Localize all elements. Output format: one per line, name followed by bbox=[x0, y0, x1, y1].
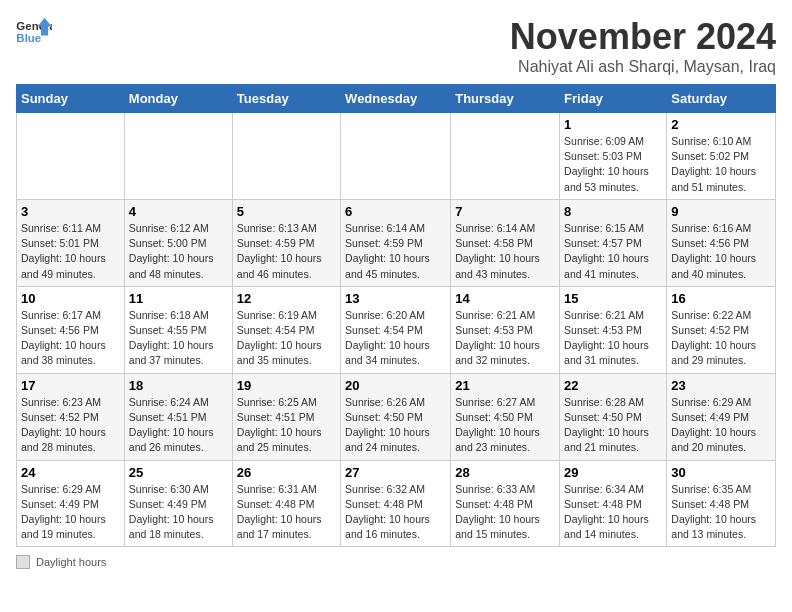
day-info: Sunrise: 6:34 AM Sunset: 4:48 PM Dayligh… bbox=[564, 482, 662, 543]
day-info: Sunrise: 6:28 AM Sunset: 4:50 PM Dayligh… bbox=[564, 395, 662, 456]
calendar-cell: 15Sunrise: 6:21 AM Sunset: 4:53 PM Dayli… bbox=[560, 286, 667, 373]
day-info: Sunrise: 6:30 AM Sunset: 4:49 PM Dayligh… bbox=[129, 482, 228, 543]
day-number: 18 bbox=[129, 378, 228, 393]
calendar-cell: 8Sunrise: 6:15 AM Sunset: 4:57 PM Daylig… bbox=[560, 199, 667, 286]
calendar-cell bbox=[124, 113, 232, 200]
day-info: Sunrise: 6:35 AM Sunset: 4:48 PM Dayligh… bbox=[671, 482, 771, 543]
day-number: 27 bbox=[345, 465, 446, 480]
weekday-header-tuesday: Tuesday bbox=[232, 85, 340, 113]
week-row-1: 3Sunrise: 6:11 AM Sunset: 5:01 PM Daylig… bbox=[17, 199, 776, 286]
legend: Daylight hours bbox=[16, 555, 776, 569]
weekday-header-row: SundayMondayTuesdayWednesdayThursdayFrid… bbox=[17, 85, 776, 113]
calendar-cell: 3Sunrise: 6:11 AM Sunset: 5:01 PM Daylig… bbox=[17, 199, 125, 286]
weekday-header-thursday: Thursday bbox=[451, 85, 560, 113]
day-info: Sunrise: 6:10 AM Sunset: 5:02 PM Dayligh… bbox=[671, 134, 771, 195]
day-number: 23 bbox=[671, 378, 771, 393]
day-info: Sunrise: 6:11 AM Sunset: 5:01 PM Dayligh… bbox=[21, 221, 120, 282]
title-section: November 2024 Nahiyat Ali ash Sharqi, Ma… bbox=[510, 16, 776, 76]
calendar-table: SundayMondayTuesdayWednesdayThursdayFrid… bbox=[16, 84, 776, 547]
day-info: Sunrise: 6:32 AM Sunset: 4:48 PM Dayligh… bbox=[345, 482, 446, 543]
calendar-cell: 24Sunrise: 6:29 AM Sunset: 4:49 PM Dayli… bbox=[17, 460, 125, 547]
day-info: Sunrise: 6:27 AM Sunset: 4:50 PM Dayligh… bbox=[455, 395, 555, 456]
logo-icon: General Blue bbox=[16, 16, 52, 46]
week-row-3: 17Sunrise: 6:23 AM Sunset: 4:52 PM Dayli… bbox=[17, 373, 776, 460]
day-number: 8 bbox=[564, 204, 662, 219]
day-info: Sunrise: 6:25 AM Sunset: 4:51 PM Dayligh… bbox=[237, 395, 336, 456]
calendar-cell: 1Sunrise: 6:09 AM Sunset: 5:03 PM Daylig… bbox=[560, 113, 667, 200]
calendar-cell bbox=[232, 113, 340, 200]
day-info: Sunrise: 6:13 AM Sunset: 4:59 PM Dayligh… bbox=[237, 221, 336, 282]
day-info: Sunrise: 6:24 AM Sunset: 4:51 PM Dayligh… bbox=[129, 395, 228, 456]
day-number: 5 bbox=[237, 204, 336, 219]
calendar-cell: 28Sunrise: 6:33 AM Sunset: 4:48 PM Dayli… bbox=[451, 460, 560, 547]
day-info: Sunrise: 6:12 AM Sunset: 5:00 PM Dayligh… bbox=[129, 221, 228, 282]
calendar-cell: 17Sunrise: 6:23 AM Sunset: 4:52 PM Dayli… bbox=[17, 373, 125, 460]
calendar-cell bbox=[451, 113, 560, 200]
calendar-cell: 20Sunrise: 6:26 AM Sunset: 4:50 PM Dayli… bbox=[341, 373, 451, 460]
day-info: Sunrise: 6:29 AM Sunset: 4:49 PM Dayligh… bbox=[671, 395, 771, 456]
weekday-header-friday: Friday bbox=[560, 85, 667, 113]
day-number: 25 bbox=[129, 465, 228, 480]
calendar-cell bbox=[341, 113, 451, 200]
day-number: 9 bbox=[671, 204, 771, 219]
weekday-header-monday: Monday bbox=[124, 85, 232, 113]
day-info: Sunrise: 6:14 AM Sunset: 4:59 PM Dayligh… bbox=[345, 221, 446, 282]
weekday-header-wednesday: Wednesday bbox=[341, 85, 451, 113]
day-number: 1 bbox=[564, 117, 662, 132]
day-info: Sunrise: 6:18 AM Sunset: 4:55 PM Dayligh… bbox=[129, 308, 228, 369]
day-info: Sunrise: 6:29 AM Sunset: 4:49 PM Dayligh… bbox=[21, 482, 120, 543]
day-number: 11 bbox=[129, 291, 228, 306]
day-number: 20 bbox=[345, 378, 446, 393]
day-number: 21 bbox=[455, 378, 555, 393]
day-number: 13 bbox=[345, 291, 446, 306]
calendar-cell: 18Sunrise: 6:24 AM Sunset: 4:51 PM Dayli… bbox=[124, 373, 232, 460]
day-info: Sunrise: 6:19 AM Sunset: 4:54 PM Dayligh… bbox=[237, 308, 336, 369]
calendar-cell: 23Sunrise: 6:29 AM Sunset: 4:49 PM Dayli… bbox=[667, 373, 776, 460]
day-info: Sunrise: 6:20 AM Sunset: 4:54 PM Dayligh… bbox=[345, 308, 446, 369]
day-info: Sunrise: 6:26 AM Sunset: 4:50 PM Dayligh… bbox=[345, 395, 446, 456]
svg-text:Blue: Blue bbox=[16, 32, 41, 44]
calendar-cell: 12Sunrise: 6:19 AM Sunset: 4:54 PM Dayli… bbox=[232, 286, 340, 373]
header: General Blue November 2024 Nahiyat Ali a… bbox=[16, 16, 776, 76]
day-number: 7 bbox=[455, 204, 555, 219]
legend-label: Daylight hours bbox=[36, 556, 106, 568]
calendar-cell: 10Sunrise: 6:17 AM Sunset: 4:56 PM Dayli… bbox=[17, 286, 125, 373]
calendar-body: 1Sunrise: 6:09 AM Sunset: 5:03 PM Daylig… bbox=[17, 113, 776, 547]
week-row-4: 24Sunrise: 6:29 AM Sunset: 4:49 PM Dayli… bbox=[17, 460, 776, 547]
weekday-header-sunday: Sunday bbox=[17, 85, 125, 113]
day-info: Sunrise: 6:33 AM Sunset: 4:48 PM Dayligh… bbox=[455, 482, 555, 543]
month-title: November 2024 bbox=[510, 16, 776, 58]
calendar-cell: 5Sunrise: 6:13 AM Sunset: 4:59 PM Daylig… bbox=[232, 199, 340, 286]
day-number: 4 bbox=[129, 204, 228, 219]
calendar-cell: 25Sunrise: 6:30 AM Sunset: 4:49 PM Dayli… bbox=[124, 460, 232, 547]
week-row-0: 1Sunrise: 6:09 AM Sunset: 5:03 PM Daylig… bbox=[17, 113, 776, 200]
calendar-cell: 7Sunrise: 6:14 AM Sunset: 4:58 PM Daylig… bbox=[451, 199, 560, 286]
calendar-cell: 22Sunrise: 6:28 AM Sunset: 4:50 PM Dayli… bbox=[560, 373, 667, 460]
day-info: Sunrise: 6:15 AM Sunset: 4:57 PM Dayligh… bbox=[564, 221, 662, 282]
calendar-cell: 9Sunrise: 6:16 AM Sunset: 4:56 PM Daylig… bbox=[667, 199, 776, 286]
day-number: 15 bbox=[564, 291, 662, 306]
legend-box bbox=[16, 555, 30, 569]
calendar-cell: 6Sunrise: 6:14 AM Sunset: 4:59 PM Daylig… bbox=[341, 199, 451, 286]
day-info: Sunrise: 6:17 AM Sunset: 4:56 PM Dayligh… bbox=[21, 308, 120, 369]
day-number: 19 bbox=[237, 378, 336, 393]
day-number: 30 bbox=[671, 465, 771, 480]
calendar-cell: 29Sunrise: 6:34 AM Sunset: 4:48 PM Dayli… bbox=[560, 460, 667, 547]
day-number: 12 bbox=[237, 291, 336, 306]
day-info: Sunrise: 6:31 AM Sunset: 4:48 PM Dayligh… bbox=[237, 482, 336, 543]
day-number: 22 bbox=[564, 378, 662, 393]
day-info: Sunrise: 6:16 AM Sunset: 4:56 PM Dayligh… bbox=[671, 221, 771, 282]
calendar-cell: 26Sunrise: 6:31 AM Sunset: 4:48 PM Dayli… bbox=[232, 460, 340, 547]
day-info: Sunrise: 6:23 AM Sunset: 4:52 PM Dayligh… bbox=[21, 395, 120, 456]
calendar-header: SundayMondayTuesdayWednesdayThursdayFrid… bbox=[17, 85, 776, 113]
day-info: Sunrise: 6:21 AM Sunset: 4:53 PM Dayligh… bbox=[564, 308, 662, 369]
location-title: Nahiyat Ali ash Sharqi, Maysan, Iraq bbox=[510, 58, 776, 76]
weekday-header-saturday: Saturday bbox=[667, 85, 776, 113]
calendar-cell: 14Sunrise: 6:21 AM Sunset: 4:53 PM Dayli… bbox=[451, 286, 560, 373]
day-number: 16 bbox=[671, 291, 771, 306]
calendar-cell: 19Sunrise: 6:25 AM Sunset: 4:51 PM Dayli… bbox=[232, 373, 340, 460]
day-number: 6 bbox=[345, 204, 446, 219]
day-info: Sunrise: 6:14 AM Sunset: 4:58 PM Dayligh… bbox=[455, 221, 555, 282]
day-number: 29 bbox=[564, 465, 662, 480]
calendar-cell: 27Sunrise: 6:32 AM Sunset: 4:48 PM Dayli… bbox=[341, 460, 451, 547]
